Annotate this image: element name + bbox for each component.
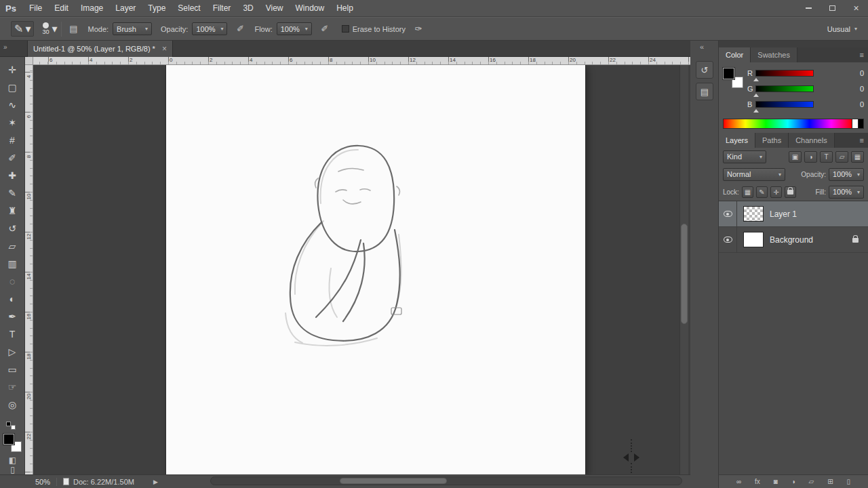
layer-row-background[interactable]: Background: [719, 227, 868, 253]
brush-tool[interactable]: ✎: [0, 184, 24, 202]
color-spectrum-bar[interactable]: [723, 119, 852, 129]
vertical-scrollbar[interactable]: [679, 65, 688, 474]
layers-tab-channels[interactable]: Channels: [789, 133, 834, 148]
toolbar-collapse-icon[interactable]: »: [3, 43, 7, 51]
quick-mask-button[interactable]: ◧: [0, 455, 25, 465]
default-colors-widget[interactable]: [6, 422, 16, 430]
menu-item-help[interactable]: Help: [330, 0, 359, 17]
ruler-left[interactable]: 46810121416182022: [25, 65, 33, 474]
menu-item-file[interactable]: File: [23, 0, 48, 17]
layer-visibility-toggle[interactable]: [719, 201, 737, 227]
filter-shape-layers-icon[interactable]: ▱: [835, 151, 848, 163]
pressure-opacity-button[interactable]: ✐: [233, 22, 248, 37]
layers-tab-layers[interactable]: Layers: [719, 133, 755, 148]
horizontal-scrollbar[interactable]: [210, 476, 682, 485]
menu-item-image[interactable]: Image: [75, 0, 109, 17]
blur-tool[interactable]: ◌: [0, 272, 24, 290]
menu-item-select[interactable]: Select: [172, 0, 206, 17]
menu-item-edit[interactable]: Edit: [48, 0, 75, 17]
history-panel-icon[interactable]: ↺: [696, 61, 713, 79]
link-layers-icon[interactable]: ∞: [736, 475, 741, 488]
gradient-tool[interactable]: ▥: [0, 255, 24, 272]
lock-image-pixels-icon[interactable]: ✎: [756, 186, 768, 198]
dodge-tool[interactable]: ◐: [0, 290, 24, 308]
brush-preset-picker[interactable]: 30 ▾: [42, 22, 57, 35]
panel-menu-icon[interactable]: ≡: [860, 51, 864, 59]
eyedropper-tool[interactable]: ✐: [0, 149, 24, 167]
adjustment-layer-icon[interactable]: ◑: [791, 475, 795, 488]
channel-value[interactable]: 0: [845, 100, 864, 108]
foreground-color-swatch[interactable]: [3, 434, 14, 445]
horizontal-scrollbar-thumb[interactable]: [340, 478, 447, 484]
document-tab[interactable]: Untitled-1 @ 50% (Layer 1, RGB/8) * ×: [27, 41, 173, 57]
crop-tool[interactable]: #: [0, 131, 24, 149]
pen-tool[interactable]: ✒: [0, 308, 24, 325]
screen-mode-button[interactable]: ▯: [0, 465, 25, 474]
menu-item-view[interactable]: View: [260, 0, 290, 17]
layer-row-layer-1[interactable]: Layer 1: [719, 201, 868, 227]
menu-item-window[interactable]: Window: [290, 0, 331, 17]
layer-mask-icon[interactable]: ◙: [774, 475, 778, 488]
canvas-background[interactable]: [33, 65, 690, 474]
path-selection-tool[interactable]: ▷: [0, 343, 24, 361]
kind-filter-dropdown[interactable]: Kind ▾: [723, 150, 766, 163]
white-swatch[interactable]: [852, 119, 858, 129]
airbrush-button[interactable]: ✐: [317, 22, 332, 37]
channel-slider[interactable]: [755, 101, 814, 108]
zoom-tool[interactable]: ◎: [0, 396, 24, 413]
ruler-top[interactable]: 642024681012141618202224: [33, 57, 690, 65]
hand-tool[interactable]: ☞: [0, 378, 24, 396]
quick-selection-tool[interactable]: ✶: [0, 114, 24, 131]
type-tool[interactable]: T: [0, 325, 24, 343]
menu-item-filter[interactable]: Filter: [207, 0, 237, 17]
history-brush-tool[interactable]: ↺: [0, 220, 24, 237]
channel-slider[interactable]: [755, 85, 814, 92]
filter-adjustment-layers-icon[interactable]: ◑: [804, 151, 817, 163]
channel-slider[interactable]: [755, 70, 814, 77]
vertical-scrollbar-thumb[interactable]: [681, 224, 688, 324]
dock-collapse-icon[interactable]: «: [700, 43, 704, 51]
layer-style-icon[interactable]: fx: [755, 475, 760, 488]
menu-item-type[interactable]: Type: [142, 0, 172, 17]
channel-value[interactable]: 0: [845, 85, 864, 93]
minimize-button[interactable]: [797, 1, 821, 15]
brush-panel-toggle-button[interactable]: ▤: [66, 22, 81, 37]
layer-thumbnail[interactable]: [743, 232, 764, 247]
move-tool[interactable]: ✛: [0, 61, 24, 79]
filter-pixel-layers-icon[interactable]: ▣: [789, 151, 802, 163]
close-button[interactable]: ×: [844, 1, 868, 15]
color-tab-swatches[interactable]: Swatches: [751, 47, 797, 62]
layer-opacity-dropdown[interactable]: 100% ▾: [829, 168, 864, 181]
status-arrow-icon[interactable]: ▶: [153, 479, 158, 485]
lasso-tool[interactable]: ∿: [0, 96, 24, 114]
blend-mode-dropdown[interactable]: Normal ▾: [723, 168, 785, 181]
healing-brush-tool[interactable]: ✚: [0, 167, 24, 184]
opacity-dropdown[interactable]: 100% ▾: [192, 22, 227, 35]
document-size-info[interactable]: Doc: 6.22M/1.50M: [73, 478, 134, 486]
erase-to-history-checkbox[interactable]: [342, 25, 349, 33]
filter-smart-object-icon[interactable]: ▦: [851, 151, 864, 163]
tab-close-icon[interactable]: ×: [162, 44, 167, 54]
panel-menu-icon[interactable]: ≡: [860, 136, 864, 144]
document-canvas[interactable]: [166, 65, 585, 474]
maximize-button[interactable]: [821, 1, 844, 15]
menu-item-layer[interactable]: Layer: [109, 0, 142, 17]
erase-to-history-option[interactable]: Erase to History: [342, 25, 406, 33]
flow-dropdown[interactable]: 100% ▾: [277, 22, 312, 35]
menu-item-3d[interactable]: 3D: [237, 0, 259, 17]
delete-layer-icon[interactable]: ▯: [846, 475, 850, 488]
workspace-switcher[interactable]: Uusual ▾: [827, 22, 857, 35]
mode-dropdown[interactable]: Brush ▾: [113, 22, 152, 35]
layer-thumbnail[interactable]: [743, 206, 764, 222]
pressure-size-button[interactable]: ✑: [411, 22, 426, 37]
color-tab-color[interactable]: Color: [719, 47, 751, 62]
new-layer-icon[interactable]: ⊞: [827, 475, 833, 488]
black-swatch[interactable]: [858, 119, 864, 129]
filter-type-layers-icon[interactable]: T: [820, 151, 833, 163]
channel-value[interactable]: 0: [845, 69, 864, 77]
rectangular-marquee-tool[interactable]: ▢: [0, 79, 24, 96]
fill-dropdown[interactable]: 100% ▾: [829, 186, 864, 199]
ruler-corner[interactable]: [25, 57, 33, 65]
layer-group-icon[interactable]: ▱: [809, 475, 814, 488]
foreground-color-swatch[interactable]: [723, 68, 734, 79]
